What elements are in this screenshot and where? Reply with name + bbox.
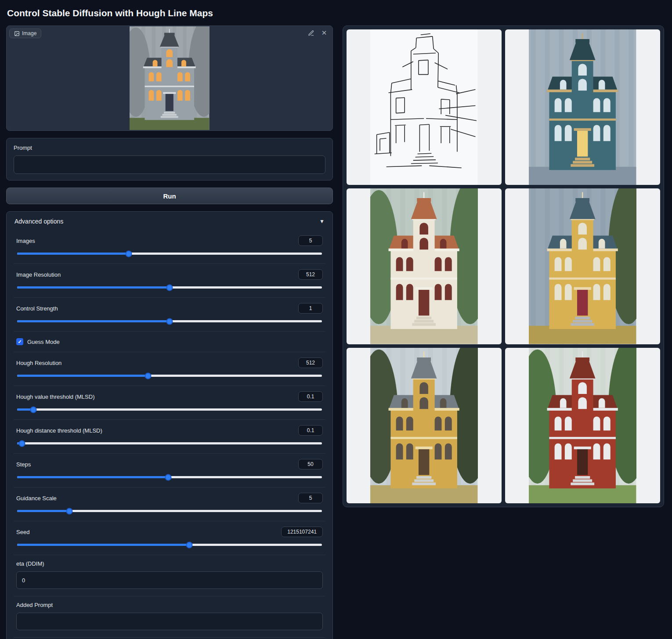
input-added-prompt[interactable] [16,613,323,630]
gallery-item-result-red-brick-victorian[interactable] [505,348,660,503]
slider-label: Hough distance threshold (MLSD) [16,427,102,434]
page-title: Control Stable Diffusion with Hough Line… [7,8,665,18]
app-page: Control Stable Diffusion with Hough Line… [0,0,672,639]
slider-row-seed: Seed 1215107241 [14,521,325,555]
run-button[interactable]: Run [6,188,333,204]
advanced-options-header[interactable]: Advanced options ▼ [14,212,325,230]
hough-line-map [370,29,477,185]
slider-fill [17,320,170,322]
input-image-preview [130,26,210,130]
slider-label: Images [16,238,35,244]
slider-handle[interactable] [165,474,172,480]
slider-value-input[interactable]: 1 [298,303,323,314]
slider-fill [17,510,69,512]
slider-handle[interactable] [19,440,25,447]
slider-row-hough-distance-threshold-mlsd: Hough distance threshold (MLSD) 0.1 [14,419,325,453]
slider-row-images: Images 5 [14,230,325,264]
slider-value-input[interactable]: 5 [298,235,323,246]
slider-fill [17,286,170,289]
slider-handle[interactable] [30,406,36,413]
field-label: Added Prompt [16,602,323,608]
slider-fill [17,544,189,546]
advanced-options-body: Images 5 Image Resolution 512 Control St… [14,230,325,639]
slider-label: Hough value threshold (MLSD) [16,394,94,400]
image-tools: ✕ [307,29,328,37]
slider-label: Image Resolution [16,271,61,278]
prompt-label: Prompt [14,144,325,151]
image-icon [14,31,20,36]
result-red-brick-victorian [529,348,636,503]
input-row-eta-ddim: eta (DDIM) [14,555,325,596]
slider-label: Steps [16,461,31,468]
slider-handle[interactable] [166,318,173,325]
result-golden-victorian [370,348,477,503]
slider-fill [17,375,148,377]
slider-track[interactable] [17,375,322,377]
slider-track[interactable] [17,544,322,546]
checkbox-row-guess-mode: ✓ Guess Mode [14,331,325,352]
prompt-panel: Prompt [6,138,333,181]
slider-handle[interactable] [126,250,132,257]
input-eta-ddim[interactable] [16,571,323,589]
field-label: eta (DDIM) [16,560,323,567]
slider-row-control-strength: Control Strength 1 [14,297,325,331]
slider-value-input[interactable]: 512 [298,357,323,368]
input-row-negative-prompt: Negative Prompt [14,637,325,639]
guess-mode-checkbox[interactable]: ✓ [16,338,23,345]
slider-handle[interactable] [145,372,152,379]
main-layout: Image ✕ Prompt Run Advanced options [6,25,665,639]
slider-track[interactable] [17,320,322,322]
right-column [343,25,664,507]
slider-row-image-resolution: Image Resolution 512 [14,264,325,297]
edit-icon[interactable] [307,29,315,37]
gallery-item-result-teal-victorian[interactable] [505,29,660,185]
chevron-down-icon: ▼ [319,218,325,224]
slider-row-hough-resolution: Hough Resolution 512 [14,352,325,386]
slider-track[interactable] [17,510,322,512]
slider-track[interactable] [17,408,322,411]
image-block-label-text: Image [22,30,36,36]
slider-track[interactable] [17,442,322,444]
slider-label: Control Strength [16,305,58,312]
result-yellow-victorian [529,188,636,344]
slider-row-steps: Steps 50 [14,453,325,487]
close-icon[interactable]: ✕ [320,29,328,37]
slider-row-hough-value-threshold-mlsd: Hough value threshold (MLSD) 0.1 [14,386,325,419]
slider-label: Guidance Scale [16,495,57,502]
check-icon: ✓ [18,339,22,344]
result-white-victorian [370,188,477,344]
slider-value-input[interactable]: 0.1 [298,391,323,402]
gallery-item-result-white-victorian[interactable] [347,188,502,344]
slider-value-input[interactable]: 50 [298,459,323,469]
slider-track[interactable] [17,476,322,478]
slider-label: Hough Resolution [16,360,61,366]
advanced-options-panel: Advanced options ▼ Images 5 Image Resolu… [6,211,333,639]
prompt-input[interactable] [14,155,325,174]
slider-value-input[interactable]: 512 [298,269,323,280]
slider-value-input[interactable]: 1215107241 [281,527,323,537]
slider-label: Seed [16,529,29,535]
slider-fill [17,253,129,255]
slider-handle[interactable] [186,542,193,548]
slider-value-input[interactable]: 5 [298,493,323,503]
input-row-added-prompt: Added Prompt [14,596,325,637]
result-teal-victorian [529,29,636,185]
left-column: Image ✕ Prompt Run Advanced options [6,25,333,639]
result-gallery [343,25,664,507]
slider-track[interactable] [17,286,322,289]
gallery-item-result-golden-victorian[interactable] [347,348,502,503]
slider-fill [17,476,168,478]
slider-handle[interactable] [66,508,72,514]
slider-track[interactable] [17,253,322,255]
gallery-item-hough-line-map[interactable] [347,29,502,185]
checkbox-label: Guess Mode [27,339,60,345]
slider-row-guidance-scale: Guidance Scale 5 [14,487,325,521]
gallery-item-result-yellow-victorian[interactable] [505,188,660,344]
slider-value-input[interactable]: 0.1 [298,425,323,436]
advanced-options-label: Advanced options [14,218,63,225]
slider-handle[interactable] [166,284,173,291]
input-image-block[interactable]: Image ✕ [6,25,333,131]
image-block-label: Image [9,29,41,38]
